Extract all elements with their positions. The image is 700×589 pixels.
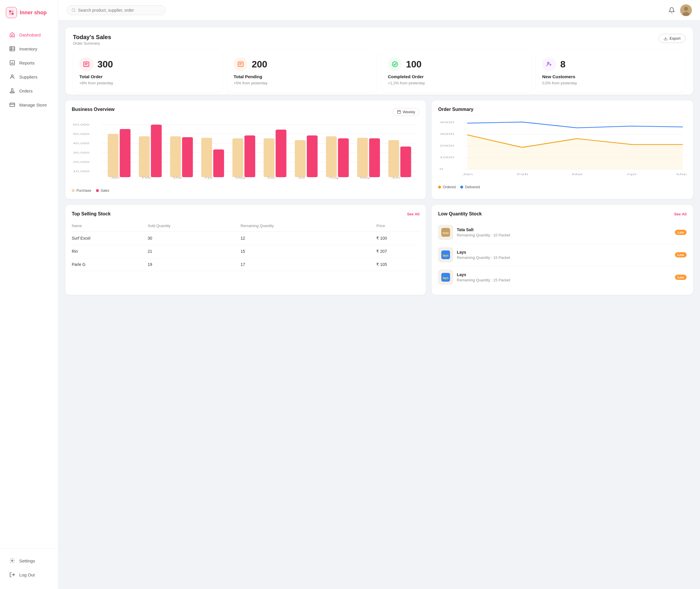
svg-text:Apr: Apr: [627, 173, 637, 176]
bottom-row: Top Selling Stock See All Name Sold Quan…: [65, 205, 693, 295]
sidebar-item-label: Settings: [19, 558, 35, 563]
sidebar-item-dashboard[interactable]: Dashobard: [3, 28, 55, 41]
business-overview-card: Business Overview Weekly 60,000 50,000: [65, 101, 426, 199]
sidebar: Inner shop Dashobard Inventory Reports: [0, 0, 58, 589]
calendar-icon: [397, 110, 401, 114]
svg-rect-45: [233, 138, 243, 177]
svg-rect-38: [119, 129, 130, 177]
low-quantity-see-all[interactable]: See All: [674, 212, 687, 216]
business-overview-title: Business Overview: [72, 107, 115, 112]
sidebar-item-suppliers[interactable]: Suppliers: [3, 70, 55, 83]
svg-rect-24: [397, 110, 401, 114]
svg-point-13: [684, 7, 688, 11]
svg-text:Jun: Jun: [267, 176, 275, 179]
svg-rect-43: [201, 138, 212, 177]
weekly-button[interactable]: Weekly: [393, 108, 419, 116]
svg-rect-39: [139, 136, 149, 177]
sidebar-item-label: Dashobard: [19, 32, 41, 37]
sidebar-item-settings[interactable]: Settings: [3, 554, 55, 567]
search-bar[interactable]: [66, 5, 166, 15]
inventory-icon: [9, 46, 15, 52]
svg-text:Jan: Jan: [462, 173, 473, 176]
svg-text:May: May: [360, 176, 371, 179]
sidebar-item-label: Inventory: [19, 46, 37, 51]
sidebar-item-label: Manage Store: [19, 103, 47, 108]
svg-rect-0: [9, 10, 11, 13]
weekly-label: Weekly: [403, 110, 415, 114]
cell-price: ₹ 105: [376, 258, 419, 271]
cell-sold: 19: [147, 258, 240, 271]
header-right: [669, 4, 692, 16]
svg-text:20,000: 20,000: [73, 161, 89, 164]
svg-rect-8: [10, 103, 15, 107]
bar-chart: 60,000 50,000 40,000 30,000 20,000 10,00…: [72, 120, 419, 186]
svg-text:lays: lays: [443, 254, 449, 257]
sidebar-item-manage-store[interactable]: Manage Store: [3, 98, 55, 112]
svg-text:May: May: [676, 173, 687, 176]
top-selling-see-all[interactable]: See All: [407, 212, 419, 216]
completed-order-value: 100: [406, 59, 421, 70]
svg-rect-44: [213, 150, 224, 177]
table-head: Name Sold Quantity Remaining Quantity Pr…: [72, 221, 419, 232]
stat-card-total-pending: 200 Total Pending +5% from yesterday: [227, 50, 377, 92]
page-content: Today's Sales Order Summery Export: [58, 20, 700, 302]
sidebar-item-logout[interactable]: Log Out: [3, 568, 55, 581]
stat-card-new-customers: 8 New Customers 0,5% from yesterday: [536, 50, 685, 92]
home-icon: [9, 32, 15, 38]
logo-icon: [6, 7, 17, 18]
svg-rect-3: [12, 13, 14, 15]
svg-rect-46: [245, 136, 255, 177]
sales-dot: [96, 189, 99, 192]
top-selling-table: Name Sold Quantity Remaining Quantity Pr…: [72, 221, 419, 271]
product-image: lays: [438, 270, 453, 285]
order-summary-card: Order Summary 4000 3000 2000 1000 0: [432, 101, 693, 199]
svg-text:TATA: TATA: [442, 232, 449, 235]
sales-legend: Sales: [96, 189, 109, 193]
cell-name: Parle G: [72, 258, 147, 271]
svg-text:4000: 4000: [439, 121, 454, 124]
order-summary-title: Order Summary: [438, 107, 687, 112]
list-item: TATA Tata Salt Remaining Quantity : 10 P…: [438, 221, 687, 244]
total-order-value: 300: [97, 59, 113, 70]
svg-text:Feb: Feb: [517, 173, 529, 176]
export-icon: [664, 36, 668, 41]
cell-name: Rin: [72, 245, 147, 258]
manage-store-icon: [9, 102, 15, 108]
purchase-label: Purchase: [76, 189, 91, 193]
svg-text:30,000: 30,000: [73, 151, 89, 154]
svg-rect-1: [12, 10, 14, 13]
export-button[interactable]: Export: [659, 34, 685, 43]
avatar[interactable]: [680, 4, 692, 16]
search-icon: [71, 8, 76, 13]
list-item: lays Lays Remaining Quantity : 15 Packet…: [438, 266, 687, 288]
stat-card-total-order: 300 Total Order +8% from yesterday: [73, 50, 223, 92]
product-image: lays: [438, 247, 453, 262]
sidebar-item-orders[interactable]: Orders: [3, 84, 55, 97]
low-badge: Low: [675, 275, 687, 280]
sidebar-bottom: Settings Log Out: [0, 548, 58, 589]
low-stock-info: Lays Remaining Quantity : 15 Packet: [457, 272, 671, 282]
cell-price: ₹ 100: [376, 232, 419, 245]
cell-remaining: 12: [241, 232, 377, 245]
line-chart: 4000 3000 2000 1000 0: [438, 117, 687, 182]
top-header: [58, 0, 700, 20]
todays-sales-section: Today's Sales Order Summery Export: [65, 27, 693, 94]
new-customers-value: 8: [560, 59, 566, 70]
svg-text:Jun: Jun: [391, 176, 400, 179]
svg-text:Mar: Mar: [173, 176, 182, 179]
low-stock-qty: Remaining Quantity : 10 Packet: [457, 233, 671, 237]
sidebar-item-inventory[interactable]: Inventory: [3, 42, 55, 55]
sidebar-item-reports[interactable]: Reports: [3, 56, 55, 69]
svg-text:2000: 2000: [439, 144, 454, 147]
svg-marker-77: [467, 135, 683, 169]
svg-text:Jan: Jan: [111, 176, 119, 179]
low-stock-qty: Remaining Quantity : 15 Packet: [457, 255, 671, 260]
svg-rect-50: [307, 136, 318, 177]
svg-rect-48: [276, 130, 286, 177]
business-overview-header: Business Overview Weekly: [72, 107, 419, 117]
order-summary-legend: Ordered Delivered: [438, 185, 687, 189]
svg-text:Mar: Mar: [572, 173, 583, 176]
svg-point-6: [11, 75, 13, 77]
search-input[interactable]: [78, 8, 161, 13]
notification-icon[interactable]: [669, 7, 675, 13]
